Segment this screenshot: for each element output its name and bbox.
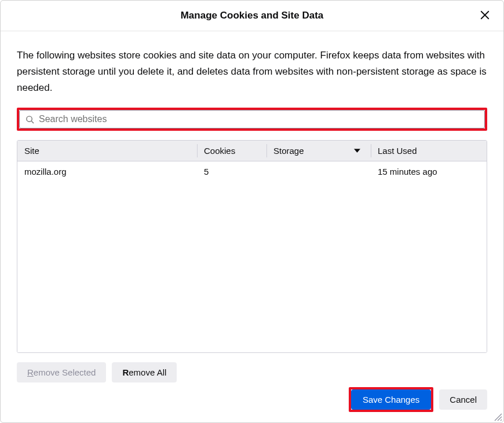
remove-all-accesskey: R: [122, 367, 129, 377]
search-box[interactable]: [19, 110, 485, 128]
remove-all-text: emove All: [129, 367, 166, 377]
sort-indicator-icon: [354, 149, 360, 153]
cell-site: mozilla.org: [17, 161, 197, 182]
column-header-site[interactable]: Site: [17, 141, 197, 161]
remove-selected-button: Remove Selected: [17, 362, 106, 382]
cell-storage: [266, 161, 371, 182]
column-header-storage-label: Storage: [273, 146, 304, 156]
remove-selected-accesskey: R: [27, 367, 34, 377]
svg-line-6: [501, 420, 502, 421]
cookies-table: Site Cookies Storage Last Used mozilla.o…: [17, 140, 487, 353]
search-input[interactable]: [39, 114, 479, 124]
close-icon: [480, 10, 490, 22]
remove-all-button[interactable]: Remove All: [112, 362, 177, 382]
dialog-description: The following websites store cookies and…: [17, 47, 487, 96]
column-header-storage[interactable]: Storage: [266, 141, 371, 161]
search-highlight-frame: [17, 108, 487, 131]
dialog-title: Manage Cookies and Site Data: [181, 10, 324, 21]
remove-selected-text: emove Selected: [34, 367, 96, 377]
table-body[interactable]: mozilla.org 5 15 minutes ago: [17, 161, 487, 352]
cell-cookies: 5: [197, 161, 266, 182]
save-changes-button[interactable]: Save Changes: [351, 389, 431, 410]
resize-grip-icon[interactable]: [493, 412, 502, 421]
search-icon: [25, 115, 34, 124]
column-header-last-used[interactable]: Last Used: [371, 141, 487, 161]
table-header-row: Site Cookies Storage Last Used: [17, 141, 487, 161]
close-button[interactable]: [478, 9, 492, 23]
svg-line-3: [31, 121, 34, 123]
cancel-button[interactable]: Cancel: [439, 389, 487, 410]
svg-point-2: [27, 116, 32, 122]
save-highlight-frame: Save Changes: [349, 387, 433, 412]
column-header-cookies[interactable]: Cookies: [197, 141, 266, 161]
table-row[interactable]: mozilla.org 5 15 minutes ago: [17, 161, 487, 182]
cell-last-used: 15 minutes ago: [371, 161, 487, 182]
